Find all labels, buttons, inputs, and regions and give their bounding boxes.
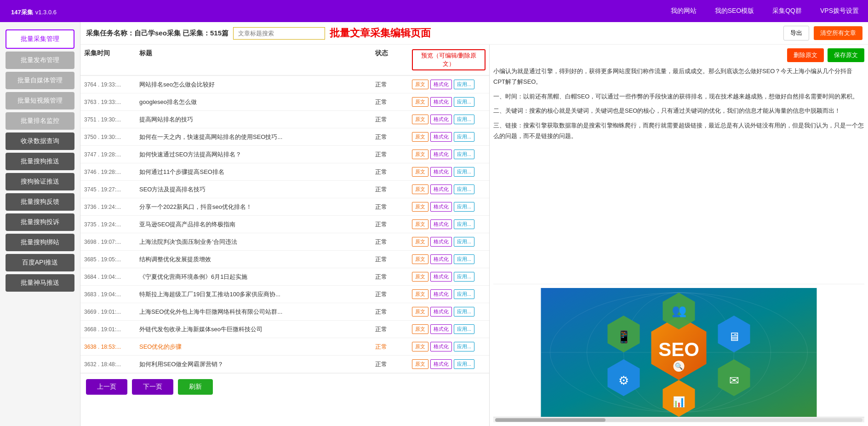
- btn-yingyong[interactable]: 应用...: [454, 272, 474, 282]
- btn-yuan[interactable]: 原文: [412, 97, 428, 107]
- btn-yingyong[interactable]: 应用...: [454, 184, 474, 194]
- table-row: 3745 . 19:27:... SEO方法及提高排名技巧 正常 原文 格式化 …: [80, 181, 489, 198]
- btn-geshi[interactable]: 格式化: [430, 254, 452, 264]
- btn-geshi[interactable]: 格式化: [430, 167, 452, 177]
- svg-text:SEO: SEO: [658, 339, 699, 360]
- nav-seo-template[interactable]: 我的SEO模版: [715, 7, 754, 15]
- export-button[interactable]: 导出: [783, 26, 809, 40]
- nav-qq-group[interactable]: 采集QQ群: [772, 7, 802, 15]
- sidebar-item-collect[interactable]: 批量采集管理: [6, 29, 74, 49]
- sidebar-item-video[interactable]: 批量短视频管理: [6, 92, 74, 109]
- btn-yingyong[interactable]: 应用...: [454, 115, 474, 124]
- btn-yuan[interactable]: 原文: [412, 254, 428, 264]
- btn-yingyong[interactable]: 应用...: [454, 219, 474, 229]
- btn-geshi[interactable]: 格式化: [430, 307, 452, 317]
- btn-yuan[interactable]: 原文: [412, 307, 428, 317]
- btn-geshi[interactable]: 格式化: [430, 289, 452, 299]
- sidebar-item-sougou-push[interactable]: 批量搜狗推送: [6, 153, 74, 170]
- btn-geshi[interactable]: 格式化: [430, 184, 452, 194]
- sidebar-item-publish[interactable]: 批量发布管理: [6, 52, 74, 69]
- btn-yingyong[interactable]: 应用...: [454, 202, 474, 212]
- btn-yuan[interactable]: 原文: [412, 237, 428, 247]
- btn-yingyong[interactable]: 应用...: [454, 150, 474, 159]
- btn-yingyong[interactable]: 应用...: [454, 324, 474, 334]
- btn-geshi[interactable]: 格式化: [430, 150, 452, 159]
- col-title-header: 标题: [139, 49, 375, 70]
- btn-yuan[interactable]: 原文: [412, 80, 428, 89]
- table-row: 3698 . 19:07:... 上海法院判决'负面压制业务'合同违法 正常 原…: [80, 233, 489, 251]
- clear-button[interactable]: 清空所有文章: [814, 26, 862, 40]
- table-row: 3746 . 19:28:... 如何通过11个步骤提高SEO排名 正常 原文 …: [80, 163, 489, 181]
- btn-yuan[interactable]: 原文: [412, 272, 428, 282]
- svg-text:⚙: ⚙: [618, 374, 629, 387]
- table-row: 3683 . 19:04:... 特斯拉上海超级工厂19日复工推动100多家供应…: [80, 286, 489, 303]
- btn-yuan[interactable]: 原文: [412, 324, 428, 334]
- svg-text:👥: 👥: [672, 303, 687, 318]
- sidebar-item-sougou-bind[interactable]: 批量搜狗绑站: [6, 234, 74, 251]
- btn-yingyong[interactable]: 应用...: [454, 97, 474, 107]
- sidebar-item-shenma[interactable]: 批量神马推送: [6, 274, 74, 292]
- seo-graphic: SEO 🔍 👥 🖥 ✉: [493, 288, 864, 417]
- preview-line-1: 小编认为就是通过引擎，得到好的，获得更多网站度我们称作流量，最后成成交。那么到底…: [493, 66, 864, 87]
- btn-geshi[interactable]: 格式化: [430, 80, 452, 89]
- nav-my-site[interactable]: 我的网站: [671, 7, 697, 15]
- svg-text:✉: ✉: [729, 374, 739, 387]
- preview-line-4: 三、链接：搜索引擎获取数据靠的是搜索引擎蜘蛛爬行，而爬行就需要超级链接，最近总是…: [493, 120, 864, 142]
- btn-yingyong[interactable]: 应用...: [454, 289, 474, 299]
- next-page-button[interactable]: 下一页: [132, 379, 173, 395]
- sidebar-item-record[interactable]: 收录数据查询: [6, 132, 74, 150]
- scrollbar-thumb[interactable]: [495, 418, 605, 422]
- btn-yuan[interactable]: 原文: [412, 150, 428, 159]
- btn-yingyong[interactable]: 应用...: [454, 237, 474, 247]
- nav-vps-setting[interactable]: VPS拨号设置: [820, 7, 859, 15]
- btn-yuan[interactable]: 原文: [412, 289, 428, 299]
- btn-geshi[interactable]: 格式化: [430, 202, 452, 212]
- horizontal-scrollbar[interactable]: [493, 417, 864, 422]
- table-row: 3736 . 19:24:... 分享一个2022新风口，抖音seo优化排名！ …: [80, 198, 489, 216]
- btn-geshi[interactable]: 格式化: [430, 272, 452, 282]
- save-original-button[interactable]: 保存原文: [828, 48, 864, 62]
- btn-yuan[interactable]: 原文: [412, 202, 428, 212]
- btn-yingyong[interactable]: 应用...: [454, 132, 474, 142]
- btn-geshi[interactable]: 格式化: [430, 342, 452, 351]
- btn-yingyong[interactable]: 应用...: [454, 342, 474, 351]
- task-title: 采集任务名称：自己学seo采集 已采集：515篇: [86, 29, 228, 38]
- btn-yingyong[interactable]: 应用...: [454, 307, 474, 317]
- btn-yingyong[interactable]: 应用...: [454, 80, 474, 89]
- col-time-header: 采集时间: [84, 49, 139, 70]
- delete-original-button[interactable]: 删除原文: [787, 48, 824, 62]
- btn-geshi[interactable]: 格式化: [430, 237, 452, 247]
- col-preview-header: 预览（可编辑/删除原文）: [412, 49, 485, 70]
- preview-header-button[interactable]: 预览（可编辑/删除原文）: [412, 49, 485, 70]
- btn-geshi[interactable]: 格式化: [430, 132, 452, 142]
- sidebar-item-sougou-verify[interactable]: 搜狗验证推送: [6, 173, 74, 190]
- sidebar-item-rank[interactable]: 批量排名监控: [6, 112, 74, 130]
- btn-geshi[interactable]: 格式化: [430, 115, 452, 124]
- btn-yuan[interactable]: 原文: [412, 167, 428, 177]
- btn-geshi[interactable]: 格式化: [430, 219, 452, 229]
- preview-line-2: 一、时间：以前还有黑帽、白帽SEO，可以通过一些作弊的手段快速的获得排名，现在技…: [493, 91, 864, 102]
- btn-yuan[interactable]: 原文: [412, 115, 428, 124]
- prev-page-button[interactable]: 上一页: [86, 379, 127, 395]
- sidebar-item-sougou-complaint[interactable]: 批量搜狗投诉: [6, 213, 74, 231]
- btn-geshi[interactable]: 格式化: [430, 324, 452, 334]
- sidebar-item-sougou-feedback[interactable]: 批量搜狗反馈: [6, 193, 74, 211]
- btn-geshi[interactable]: 格式化: [430, 359, 452, 369]
- btn-yuan[interactable]: 原文: [412, 342, 428, 351]
- btn-yuan[interactable]: 原文: [412, 184, 428, 194]
- btn-yingyong[interactable]: 应用...: [454, 167, 474, 177]
- table-row-highlighted: 3638 . 18:53:... SEO优化的步骤 正常 原文 格式化 应用..…: [80, 338, 489, 356]
- search-input[interactable]: [233, 27, 325, 40]
- table-row: 3685 . 19:05:... 结构调整优化发展提质增效 正常 原文 格式化 …: [80, 251, 489, 268]
- sidebar-item-baidu-api[interactable]: 百度API推送: [6, 254, 74, 271]
- preview-section: 删除原文 保存原文 小编认为就是通过引擎，得到好的，获得更多网站度我们称作流量，…: [490, 45, 868, 426]
- btn-yuan[interactable]: 原文: [412, 132, 428, 142]
- table-header: 采集时间 标题 状态 预览（可编辑/删除原文）: [80, 45, 489, 76]
- btn-yingyong[interactable]: 应用...: [454, 359, 474, 369]
- refresh-button[interactable]: 刷新: [178, 379, 213, 395]
- btn-yingyong[interactable]: 应用...: [454, 254, 474, 264]
- btn-yuan[interactable]: 原文: [412, 219, 428, 229]
- btn-yuan[interactable]: 原文: [412, 359, 428, 369]
- sidebar-item-media[interactable]: 批量自媒体管理: [6, 72, 74, 89]
- btn-geshi[interactable]: 格式化: [430, 97, 452, 107]
